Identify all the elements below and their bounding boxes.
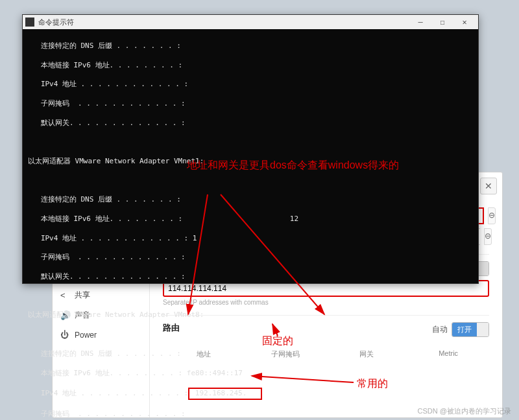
command-prompt-window: 命令提示符 — ☐ ✕ 连接特定的 DNS 后缀 . . . . . . . :… [22, 14, 479, 284]
terminal-title: 命令提示符 [38, 18, 409, 27]
ipv4-highlighted: 192.168.245. [188, 388, 262, 400]
terminal-output[interactable]: 连接特定的 DNS 后缀 . . . . . . . : 本地链接 IPv6 地… [23, 29, 478, 420]
minimize-button[interactable]: — [409, 18, 431, 27]
annotation-top: 地址和网关是更具dos命令查看windows得来的 [187, 159, 399, 172]
delete-row-button[interactable]: ⊖ [488, 207, 496, 224]
terminal-icon [25, 18, 34, 27]
watermark: CSDN @被迫内卷的学习记录 [418, 406, 511, 416]
annotation-middle: 固定的 [262, 334, 293, 348]
annotation-bottom: 常用的 [357, 377, 388, 391]
close-button[interactable]: ✕ [453, 18, 476, 27]
terminal-titlebar[interactable]: 命令提示符 — ☐ ✕ [23, 15, 478, 29]
delete-row-button[interactable]: ⊖ [484, 228, 492, 245]
maximize-button[interactable]: ☐ [431, 18, 453, 27]
